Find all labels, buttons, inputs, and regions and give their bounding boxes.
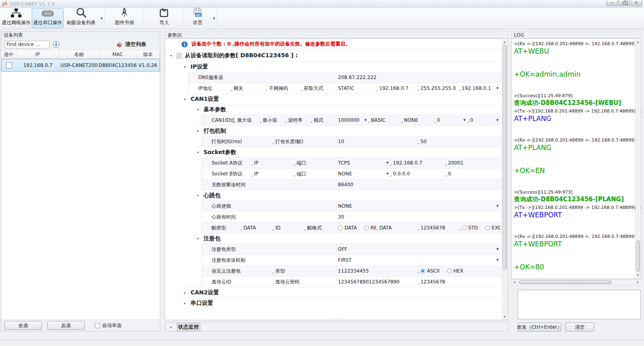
device-row[interactable]: 192.168.0.7USR-CANET200D8B04C123456V1.0.… [1,59,160,72]
chevron-down-icon[interactable]: ▼ [495,204,500,208]
chevron-down-icon[interactable]: ▼ [495,248,500,251]
param-value[interactable]: NONE [338,203,352,209]
scrollbar-thumb[interactable] [636,240,640,272]
find-device-button[interactable] [52,41,60,48]
chevron-down-icon[interactable]: ▼ [363,119,368,122]
param-value[interactable]: 0 [470,117,473,123]
auto-single-checkbox[interactable] [95,323,100,328]
scroll-up-icon[interactable]: ▲ [502,39,507,44]
chevron-down-icon[interactable]: ▾ [196,150,200,154]
toolbar-button-serial-operate[interactable]: 通过串口操作 [32,8,63,28]
param-value[interactable]: 12345678901234567890 [338,279,400,285]
restore-button[interactable] [619,0,630,6]
section-can2-settings[interactable]: ▸CAN2设置 [183,287,502,298]
chevron-down-icon[interactable]: ▼ [101,17,103,20]
chevron-right-icon[interactable]: ▸ [169,325,173,329]
column-header[interactable]: 名称 [59,50,99,58]
radio-option[interactable]: STD [462,225,478,231]
param-value[interactable]: 1000000 [338,117,359,123]
param-value[interactable]: 0 [448,171,451,177]
column-header[interactable]: MAC [99,50,136,58]
scrollbar-thumb[interactable] [503,45,507,270]
radio-option[interactable]: ASCII [420,268,439,274]
param-scrollbar[interactable]: ▲ ▼ [502,39,507,319]
column-header[interactable]: 版本 [136,50,160,58]
param-value[interactable]: 10 [338,139,344,144]
param-value[interactable]: 192.168.0.1 [462,85,491,91]
chevron-down-icon[interactable]: ▾ [196,237,200,241]
send-button[interactable]: 发送（Ctrl+Enter） [518,323,561,331]
radio-option[interactable]: REMC [364,225,376,231]
chevron-right-icon[interactable]: ▸ [183,291,187,295]
param-value[interactable]: BASIC [371,117,386,123]
chevron-down-icon[interactable]: ▼ [385,161,390,165]
chevron-down-icon[interactable]: ▾ [183,65,187,69]
chevron-down-icon[interactable]: ▼ [462,119,467,122]
select-all-button[interactable]: 全选 [4,321,42,330]
param-value[interactable]: 12345678 [420,279,445,285]
param-value[interactable]: STATIC [338,85,355,91]
param-value[interactable]: 192.168.0.7 [393,160,422,166]
param-value[interactable]: 20001 [448,160,464,166]
close-button[interactable]: × [631,0,642,6]
radio-option[interactable]: HEX [447,268,464,274]
param-value[interactable]: FIRST [338,257,352,263]
param-tree-root[interactable]: ▾ 从设备读取到的参数[ D8B04C123456 ] : [165,50,502,61]
section-ip-settings[interactable]: ▾IP设置 [183,61,502,72]
scroll-right-icon[interactable]: ▶ [635,281,641,284]
chevron-down-icon[interactable]: ▾ [169,54,173,58]
search-input[interactable] [4,41,50,48]
chevron-down-icon[interactable]: ▼ [385,172,390,175]
param-value[interactable]: 12345678 [420,225,445,231]
toolbar-button-import[interactable]: 导入 [144,8,184,28]
param-value[interactable]: DATA [379,225,392,231]
param-value[interactable]: 50 [420,139,426,144]
device-checkbox[interactable] [6,63,12,69]
panel-splitter[interactable]: ······· [165,318,508,320]
param-value[interactable]: 192.168.0.7 [379,85,409,91]
radio-option[interactable]: DATA [338,225,357,231]
section-register-packet[interactable]: ▾注册包 [196,233,502,244]
scroll-left-icon[interactable]: ◀ [512,281,517,284]
radio-std[interactable] [462,225,467,230]
toolbar-button-firmware-upgrade[interactable]: 固件升级 [105,8,144,28]
param-value[interactable]: NONE [338,171,352,177]
toolbar-button-refresh-device-list[interactable]: 刷新设备列表 [64,8,99,28]
chevron-down-icon[interactable]: ▼ [213,17,215,20]
clear-log-button[interactable]: 清空 [565,323,594,331]
section-socket-params[interactable]: ▾Socket参数 [196,147,502,157]
param-value[interactable]: 0.0.0.0 [393,171,410,177]
param-value[interactable]: 30 [338,214,344,220]
chevron-down-icon[interactable]: ▾ [196,194,200,198]
invert-selection-button[interactable]: 反选 [47,321,85,330]
chevron-down-icon[interactable]: ▼ [495,87,500,90]
param-value[interactable]: 0 [437,117,440,123]
log-scrollbar[interactable]: ▲▼ [635,39,640,278]
toolbar-button-language[interactable]: ABC语言 [184,8,211,28]
status-monitor-header[interactable]: ▸ 状态监控 [165,322,508,331]
param-value[interactable]: NONE [404,117,418,123]
section-basic-params[interactable]: ▾基本参数 [196,104,502,115]
param-value[interactable]: OFF [338,246,347,252]
log-view[interactable]: >[Rx <-][192.168.0.201:48899 <- 192.168.… [511,38,641,279]
scrollbar-thumb[interactable] [519,280,612,284]
radio-option[interactable]: EXD [485,225,500,231]
panel-splitter[interactable]: ······· [511,285,641,287]
radio-data[interactable] [338,225,343,230]
chevron-down-icon[interactable]: ▼ [495,119,500,122]
scroll-up-icon[interactable]: ▲ [636,39,640,44]
radio-exd[interactable] [485,225,490,230]
toolbar-button-network-operate[interactable]: 通过网络操作 [1,8,31,28]
param-value[interactable]: TCPS [338,160,350,166]
chevron-down-icon[interactable]: ▾ [196,129,200,133]
chevron-down-icon[interactable]: ▾ [183,97,187,101]
column-header[interactable]: 选中 [1,50,17,58]
section-can1-settings[interactable]: ▾CAN1设置 [183,94,502,104]
radio-ascii[interactable] [420,269,425,273]
chevron-right-icon[interactable]: ▸ [183,301,187,305]
chevron-down-icon[interactable]: ▾ [196,108,200,112]
scroll-down-icon[interactable]: ▼ [636,273,640,278]
minimize-button[interactable]: — [606,0,618,6]
column-header[interactable]: IP [17,50,59,58]
log-horizontal-scrollbar[interactable]: ◀ ▶ [511,279,641,285]
